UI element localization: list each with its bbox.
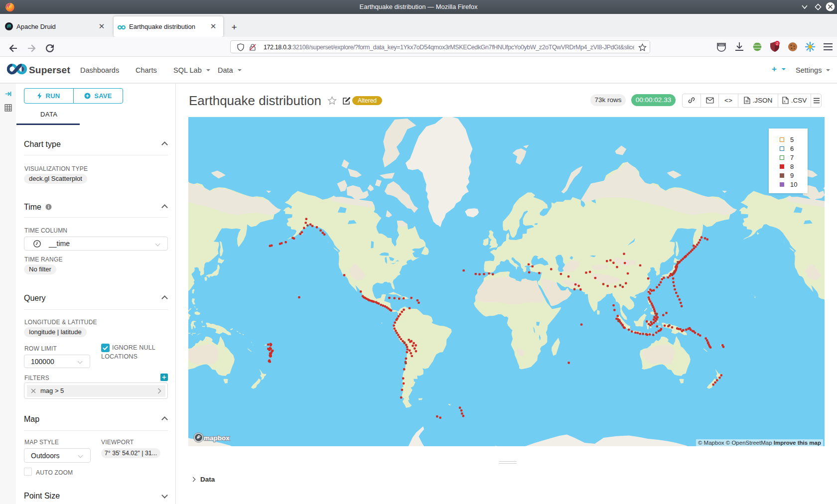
svg-text:x: x	[784, 100, 786, 103]
svg-text:2: 2	[776, 41, 779, 46]
svg-text:mapbox: mapbox	[204, 434, 230, 442]
